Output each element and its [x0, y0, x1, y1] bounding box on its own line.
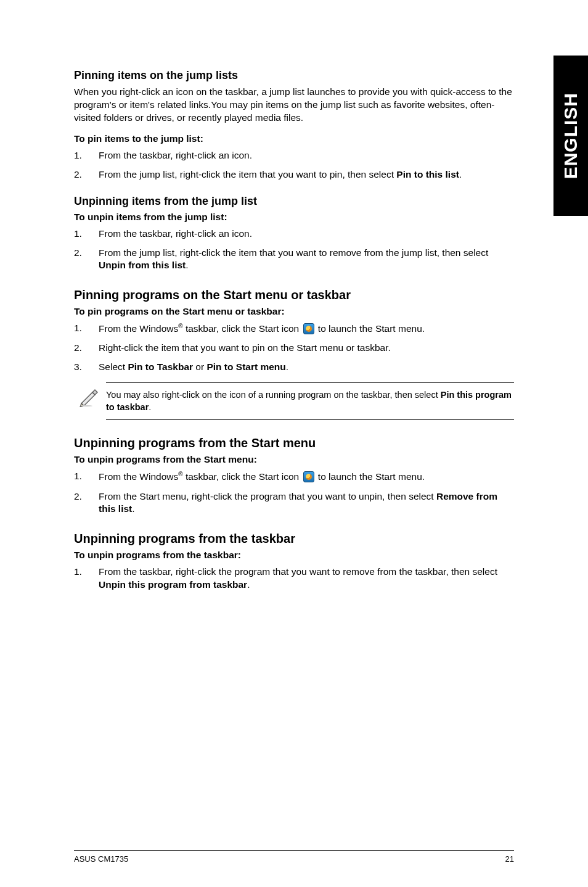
language-tab: ENGLISH [553, 56, 588, 216]
sub-pin-programs: To pin programs on the Start menu or tas… [74, 306, 514, 317]
list-item: 2. From the jump list, right-click the i… [74, 168, 514, 181]
language-tab-text: ENGLISH [560, 93, 581, 179]
list-text: From the Windows® taskbar, click the Sta… [99, 322, 514, 336]
registered-mark: ® [178, 471, 182, 477]
list-text: From the taskbar, right-click an icon. [99, 228, 514, 241]
list-item: 1. From the Windows® taskbar, click the … [74, 470, 514, 484]
list-pin-programs: 1. From the Windows® taskbar, click the … [74, 322, 514, 374]
bold-unpin-program-from-taskbar: Unpin this program from taskbar [99, 579, 247, 590]
list-item: 1. From the taskbar, right-click the pro… [74, 566, 514, 592]
bold-pin-to-this-list: Pin to this list [396, 169, 459, 179]
list-text: Right-click the item that you want to pi… [99, 342, 514, 355]
heading-unpinning-jump-list: Unpinning items from the jump list [74, 195, 514, 208]
list-item: 2. Right-click the item that you want to… [74, 342, 514, 355]
list-item: 1. From the taskbar, right-click an icon… [74, 149, 514, 162]
list-number: 2. [74, 490, 99, 516]
list-text: Select Pin to Taskbar or Pin to Start me… [99, 361, 514, 374]
heading-unpinning-start-menu: Unpinning programs from the Start menu [74, 436, 514, 450]
list-item: 2. From the Start menu, right-click the … [74, 490, 514, 516]
list-text: From the taskbar, right-click the progra… [99, 566, 514, 592]
list-text: From the jump list, right-click the item… [99, 247, 514, 273]
list-number: 3. [74, 361, 99, 374]
list-number: 1. [74, 566, 99, 592]
list-number: 1. [74, 322, 99, 336]
bold-pin-to-taskbar: Pin to Taskbar [128, 361, 193, 372]
page-footer: ASUS CM1735 21 [74, 850, 514, 864]
sub-unpin-taskbar: To unpin programs from the taskbar: [74, 550, 514, 561]
list-text: From the Windows® taskbar, click the Sta… [99, 470, 514, 484]
list-number: 2. [74, 168, 99, 181]
pencil-icon [78, 382, 106, 407]
list-unpin-items: 1. From the taskbar, right-click an icon… [74, 228, 514, 273]
list-item: 2. From the jump list, right-click the i… [74, 247, 514, 273]
list-number: 1. [74, 149, 99, 162]
registered-mark: ® [178, 323, 182, 329]
list-item: 1. From the taskbar, right-click an icon… [74, 228, 514, 241]
svg-point-0 [80, 405, 92, 406]
list-text: From the Start menu, right-click the pro… [99, 490, 514, 516]
heading-pinning-programs: Pinning programs on the Start menu or ta… [74, 288, 514, 302]
list-unpin-taskbar: 1. From the taskbar, right-click the pro… [74, 566, 514, 592]
heading-unpinning-taskbar: Unpinning programs from the taskbar [74, 532, 514, 546]
footer-left: ASUS CM1735 [74, 854, 128, 864]
list-number: 2. [74, 342, 99, 355]
list-number: 1. [74, 228, 99, 241]
heading-pinning-jump-lists: Pinning items on the jump lists [74, 69, 514, 82]
note-block: You may also right-click on the icon of … [78, 382, 514, 420]
note-text: You may also right-click on the icon of … [106, 382, 514, 420]
list-number: 1. [74, 470, 99, 484]
list-pin-items: 1. From the taskbar, right-click an icon… [74, 149, 514, 181]
list-item: 1. From the Windows® taskbar, click the … [74, 322, 514, 336]
footer-page-number: 21 [505, 854, 514, 864]
sub-unpin-items: To unpin items from the jump list: [74, 212, 514, 223]
list-text: From the jump list, right-click the item… [99, 168, 514, 181]
sub-unpin-start-menu: To unpin programs from the Start menu: [74, 454, 514, 465]
list-number: 2. [74, 247, 99, 273]
windows-start-icon [303, 323, 314, 334]
lead-pinning-jump-lists: When you right-click an icon on the task… [74, 86, 514, 125]
list-item: 3. Select Pin to Taskbar or Pin to Start… [74, 361, 514, 374]
bold-unpin-from-this-list: Unpin from this list [99, 260, 186, 270]
windows-start-icon [303, 471, 314, 482]
list-unpin-start-menu: 1. From the Windows® taskbar, click the … [74, 470, 514, 516]
bold-pin-to-start-menu: Pin to Start menu [206, 361, 285, 372]
list-text: From the taskbar, right-click an icon. [99, 149, 514, 162]
sub-pin-items: To pin items to the jump list: [74, 133, 514, 144]
